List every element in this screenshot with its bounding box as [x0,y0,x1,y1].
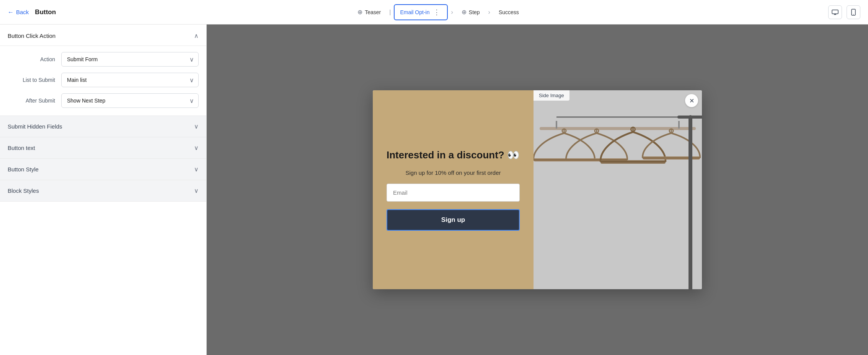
teaser-plus-icon: ⊕ [357,8,362,16]
mobile-icon [851,9,856,16]
top-bar: ← Back Button ⊕ Teaser | Email Opt-in ⋮ … [0,0,868,24]
action-label: Action [8,56,61,62]
success-label: Success [499,9,519,15]
submit-hidden-fields-title: Submit Hidden Fields [8,123,62,130]
button-text-title: Button text [8,145,35,151]
hangers-svg [534,90,702,289]
svg-point-4 [853,14,854,15]
after-submit-select[interactable]: Show Next Step [61,93,199,108]
nav-email-optin[interactable]: Email Opt-in ⋮ [394,4,448,20]
nav-arrow-1: › [451,9,453,16]
list-select[interactable]: Main list [61,73,199,87]
action-select-wrapper: Submit Form ∨ [61,52,199,67]
email-optin-label: Email Opt-in [400,9,429,15]
button-style-chevron: ∨ [194,166,199,173]
button-style-section[interactable]: Button Style ∨ [0,159,206,180]
step-label: Step [469,9,480,15]
popup-right-panel: Side Image [534,90,702,289]
action-row: Action Submit Form ∨ [8,52,199,67]
nav-success[interactable]: Success [493,7,524,18]
popup-email-input[interactable] [387,184,520,202]
button-text-chevron: ∨ [194,144,199,151]
after-submit-select-wrapper: Show Next Step ∨ [61,93,199,108]
button-click-action-header[interactable]: Button Click Action ∧ [0,24,206,46]
list-to-submit-label: List to Submit [8,77,61,83]
submit-hidden-fields-section[interactable]: Submit Hidden Fields ∨ [0,116,206,137]
svg-rect-5 [534,90,702,289]
email-optin-dots-icon[interactable]: ⋮ [432,7,442,17]
popup-modal: Interested in a discount? 👀 Sign up for … [373,90,702,289]
side-image-label: Side Image [534,90,569,101]
main-layout: Button Click Action ∧ Action Submit Form… [0,24,868,355]
button-click-action-title: Button Click Action [8,33,55,39]
popup-close-button[interactable]: ✕ [685,94,698,107]
nav-arrow-2: › [488,9,490,16]
block-styles-chevron: ∨ [194,187,199,194]
back-button[interactable]: ← Back [8,9,29,16]
block-styles-section[interactable]: Block Styles ∨ [0,180,206,202]
desktop-view-button[interactable] [828,5,842,19]
after-submit-row: After Submit Show Next Step ∨ [8,93,199,108]
popup-subtext: Sign up for 10% off on your first order [387,169,520,176]
view-icons [828,5,860,19]
button-click-action-chevron: ∧ [194,32,199,39]
back-label: Back [16,9,29,15]
nav-steps: ⊕ Teaser | Email Opt-in ⋮ › ⊕ Step › Suc… [62,4,814,20]
page-title: Button [35,8,56,16]
left-panel: Button Click Action ∧ Action Submit Form… [0,24,207,355]
desktop-icon [832,10,839,15]
back-arrow-icon: ← [8,9,14,16]
button-style-title: Button Style [8,166,39,173]
mobile-view-button[interactable] [847,5,860,19]
button-text-section[interactable]: Button text ∨ [0,137,206,159]
step-plus-icon: ⊕ [462,8,467,16]
popup-left-panel: Interested in a discount? 👀 Sign up for … [373,90,534,289]
teaser-label: Teaser [365,9,381,15]
nav-teaser[interactable]: ⊕ Teaser [352,6,386,18]
nav-step[interactable]: ⊕ Step [456,6,485,18]
after-submit-label: After Submit [8,98,61,104]
popup-headline: Interested in a discount? 👀 [387,149,520,162]
block-styles-title: Block Styles [8,187,39,194]
popup-signup-button[interactable]: Sign up [387,209,520,231]
svg-rect-0 [832,10,838,14]
action-select[interactable]: Submit Form [61,52,199,67]
nav-separator-1: | [389,9,391,16]
button-click-action-content: Action Submit Form ∨ List to Submit Main… [0,46,206,116]
close-icon: ✕ [689,97,694,104]
submit-hidden-fields-chevron: ∨ [194,123,199,130]
preview-panel: Interested in a discount? 👀 Sign up for … [207,24,868,355]
hanger-illustration [534,90,702,289]
list-select-wrapper: Main list ∨ [61,73,199,87]
list-to-submit-row: List to Submit Main list ∨ [8,73,199,87]
